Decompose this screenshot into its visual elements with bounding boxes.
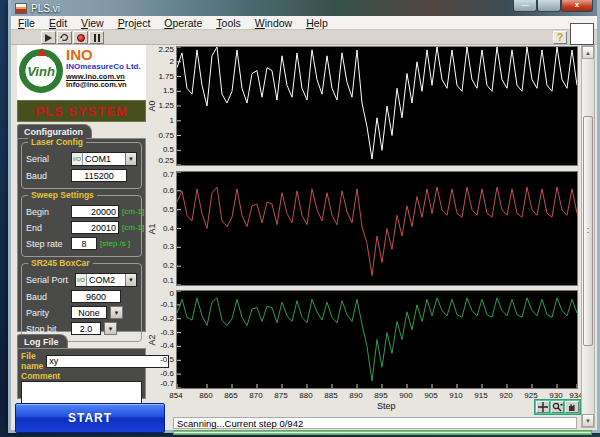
logo-year: 1959 bbox=[21, 81, 61, 86]
menu-item-view[interactable]: View bbox=[74, 17, 111, 29]
maximize-button[interactable] bbox=[537, 0, 561, 12]
logo-top-text: ĐẠI HỌC bbox=[21, 56, 61, 61]
menu-item-help[interactable]: Help bbox=[299, 17, 335, 29]
charts-area: A0 2.2521.751.51.2510.750.50.25 A1 0.70.… bbox=[146, 45, 578, 428]
pan-tool-button[interactable] bbox=[565, 401, 579, 413]
baud-input[interactable] bbox=[71, 169, 127, 182]
crosshair-icon bbox=[538, 402, 548, 412]
vertical-scrollbar[interactable]: ▲ ▼ bbox=[581, 45, 595, 428]
menu-item-project[interactable]: Project bbox=[111, 17, 158, 29]
y-tick-label: 0.1 bbox=[163, 276, 174, 285]
run-button[interactable] bbox=[41, 31, 56, 44]
chevron-down-icon[interactable]: ▼ bbox=[125, 274, 136, 286]
x-ticks: 8548608658708758808858908959009059109159… bbox=[146, 391, 578, 400]
y-tick-label: 1.75 bbox=[158, 72, 174, 81]
y-ticks-a1: 0.70.60.50.40.30.20.1 bbox=[152, 171, 175, 286]
menu-item-file[interactable]: File bbox=[11, 17, 42, 29]
baud-label: Baud bbox=[26, 171, 68, 181]
run-arrow-icon bbox=[45, 34, 52, 42]
pause-button[interactable] bbox=[89, 31, 104, 44]
y-tick-label: 1 bbox=[170, 116, 174, 125]
y-tick-label: 0 bbox=[170, 289, 174, 298]
parity-value[interactable]: None bbox=[71, 306, 107, 319]
tab-log-file[interactable]: Log File bbox=[17, 334, 68, 349]
sweep-settings-title: Sweep Settings bbox=[28, 190, 97, 200]
begin-input[interactable] bbox=[71, 205, 119, 218]
x-tick-label: 865 bbox=[224, 391, 237, 400]
minimize-button[interactable]: — bbox=[513, 0, 537, 12]
y-tick-label: -0.1 bbox=[160, 300, 174, 309]
brand-block: ĐẠI HỌC Vinh 1959 INO INOmeasureCo Ltd. … bbox=[17, 45, 146, 100]
parity-label: Parity bbox=[26, 308, 68, 318]
file-name-label: File name bbox=[21, 351, 43, 371]
trace-a0 bbox=[177, 47, 577, 165]
run-continuous-button[interactable] bbox=[57, 31, 72, 44]
y-tick-label: 0.4 bbox=[163, 224, 174, 233]
chevron-down-icon[interactable]: ▼ bbox=[104, 322, 117, 335]
progress-bar bbox=[173, 430, 592, 435]
chevron-down-icon[interactable]: ▼ bbox=[110, 306, 123, 319]
chevron-down-icon[interactable]: ▼ bbox=[125, 153, 136, 165]
start-button[interactable]: START bbox=[15, 403, 165, 433]
log-file-panel: File name Comment bbox=[17, 348, 146, 399]
scrollbar-thumb[interactable] bbox=[583, 116, 593, 346]
laser-config-group: Laser Config Serial I/O COM1 ▼ Baud bbox=[21, 142, 142, 189]
stop-bit-value[interactable]: 2.0 bbox=[71, 322, 101, 335]
boxcar-group: SR245 BoxCar Serial Port I/O COM2 ▼ Baud bbox=[21, 263, 142, 342]
help-button[interactable]: ? bbox=[553, 31, 567, 44]
y-ticks-a2: 0-0.1-0.2-0.3-0.4-0.5-0.6-0.7 bbox=[152, 290, 175, 389]
vinh-university-logo: ĐẠI HỌC Vinh 1959 bbox=[19, 49, 63, 93]
abort-button[interactable] bbox=[73, 31, 88, 44]
laser-config-title: Laser Config bbox=[28, 137, 86, 147]
company-email: info@ino.com.vn bbox=[66, 81, 141, 89]
end-label: End bbox=[26, 223, 68, 233]
left-column: ĐẠI HỌC Vinh 1959 INO INOmeasureCo Ltd. … bbox=[17, 45, 146, 428]
menu-item-window[interactable]: Window bbox=[248, 17, 299, 29]
serial-port-select[interactable]: I/O COM1 ▼ bbox=[71, 152, 137, 166]
x-tick-label: 910 bbox=[449, 391, 462, 400]
y-tick-label: -0.4 bbox=[160, 341, 174, 350]
x-tick-label: 875 bbox=[274, 391, 287, 400]
x-tick-label: 860 bbox=[199, 391, 212, 400]
toolbar: ? bbox=[11, 30, 597, 45]
vi-icon[interactable] bbox=[570, 23, 594, 45]
x-tick-label: 870 bbox=[249, 391, 262, 400]
logo-name: Vinh bbox=[21, 64, 61, 79]
chart-a2: A2 0-0.1-0.2-0.3-0.4-0.5-0.6-0.7 bbox=[146, 290, 578, 389]
zoom-tool-button[interactable] bbox=[551, 401, 565, 413]
chart-a0: A0 2.2521.751.51.2510.750.50.25 bbox=[146, 46, 578, 166]
y-tick-label: -0.6 bbox=[160, 369, 174, 378]
y-tick-label: 0.5 bbox=[163, 205, 174, 214]
comment-input[interactable] bbox=[21, 381, 142, 405]
boxcar-baud-input[interactable] bbox=[71, 290, 121, 303]
x-tick-label: 854 bbox=[169, 391, 182, 400]
y-tick-label: 2.25 bbox=[158, 45, 174, 54]
x-tick-label: 880 bbox=[299, 391, 312, 400]
plot-a1[interactable] bbox=[176, 171, 578, 286]
scroll-up-arrow[interactable]: ▲ bbox=[582, 46, 594, 59]
step-rate-label: Step rate bbox=[26, 239, 68, 249]
step-rate-input[interactable] bbox=[71, 237, 97, 250]
io-icon: I/O bbox=[76, 274, 87, 286]
menu-item-edit[interactable]: Edit bbox=[42, 17, 74, 29]
menu-item-operate[interactable]: Operate bbox=[157, 17, 209, 29]
company-full-name: INOmeasureCo Ltd. bbox=[66, 63, 141, 71]
end-input[interactable] bbox=[71, 221, 119, 234]
plot-a2[interactable] bbox=[176, 290, 578, 389]
scroll-down-arrow[interactable]: ▼ bbox=[582, 414, 594, 427]
step-rate-unit: [step /s ] bbox=[100, 239, 130, 248]
plot-a0[interactable] bbox=[176, 46, 578, 166]
boxcar-baud-label: Baud bbox=[26, 292, 68, 302]
boxcar-port-select[interactable]: I/O COM2 ▼ bbox=[75, 273, 137, 287]
x-tick-label: 900 bbox=[399, 391, 412, 400]
y-ticks-a0: 2.2521.751.51.2510.750.50.25 bbox=[152, 46, 175, 166]
trace-a1 bbox=[177, 172, 577, 285]
x-tick-label: 915 bbox=[474, 391, 487, 400]
y-tick-label: 1.5 bbox=[163, 86, 174, 95]
y-tick-label: 1.25 bbox=[158, 101, 174, 110]
cursor-tool-button[interactable] bbox=[536, 401, 550, 413]
close-button[interactable]: x bbox=[561, 0, 593, 12]
chart-a1: A1 0.70.60.50.40.30.20.1 bbox=[146, 171, 578, 286]
company-short-name: INO bbox=[66, 47, 141, 63]
menu-item-tools[interactable]: Tools bbox=[209, 17, 248, 29]
